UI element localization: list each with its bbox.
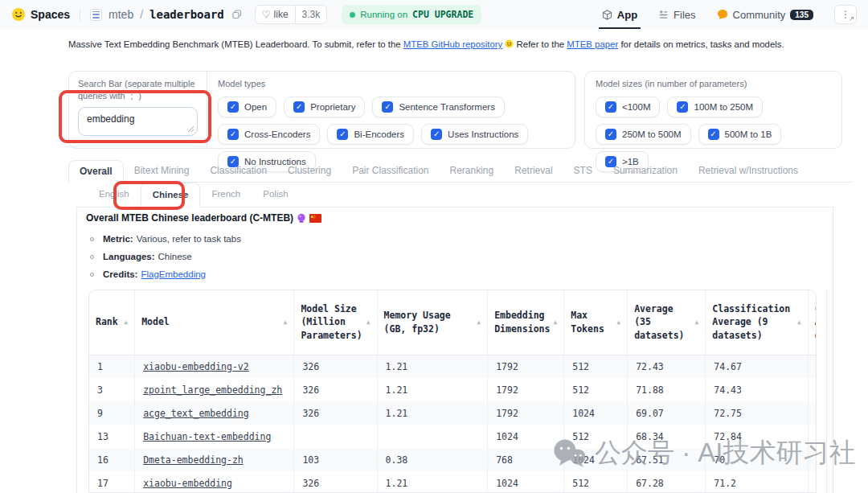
- sort-arrow-icon[interactable]: ▲: [366, 318, 371, 326]
- checkbox-checked-icon[interactable]: ✓: [293, 101, 305, 113]
- column-header-model[interactable]: Model▲: [135, 290, 294, 355]
- model-link[interactable]: zpoint_large_embedding_zh: [143, 384, 282, 396]
- checkbox-sentence-transformers[interactable]: ✓Sentence Transformers: [372, 97, 505, 117]
- rank-cell: 1: [89, 355, 135, 378]
- sort-arrow-icon[interactable]: ▲: [797, 318, 801, 326]
- sort-arrow-icon[interactable]: ▲: [124, 318, 128, 326]
- checkbox-open[interactable]: ✓Open: [218, 97, 276, 117]
- checkbox-checked-icon[interactable]: ✓: [708, 129, 719, 140]
- column-header-max-tokens[interactable]: Max Tokens▲: [564, 290, 628, 355]
- mteb-github-link[interactable]: MTEB GitHub repository: [403, 39, 502, 49]
- column-label: Average (35 datasets): [634, 302, 692, 343]
- model-sizes-label: Model sizes (in number of parameters): [596, 78, 831, 90]
- leaderboard-table-container[interactable]: Rank▲Model▲Model Size (Million Parameter…: [88, 290, 817, 493]
- column-header-embedding-dimensions[interactable]: Embedding Dimensions▲: [488, 290, 564, 355]
- checkbox-bi-encoders[interactable]: ✓Bi-Encoders: [327, 124, 414, 145]
- org-avatar[interactable]: [90, 9, 102, 21]
- search-input[interactable]: embedding: [78, 107, 198, 136]
- column-label: Model Size (Million Parameters): [301, 302, 363, 343]
- checkbox-100m[interactable]: ✓<100M: [596, 97, 660, 117]
- flagembedding-link[interactable]: FlagEmbedding: [141, 269, 206, 279]
- copy-icon[interactable]: [232, 10, 242, 19]
- model-link[interactable]: xiaobu-embedding: [143, 478, 232, 489]
- language-tab-chinese[interactable]: Chinese: [141, 183, 201, 207]
- checkbox-checked-icon[interactable]: ✓: [677, 101, 688, 113]
- slash-separator: /: [140, 8, 143, 21]
- like-count[interactable]: 3.3k: [295, 6, 327, 23]
- task-tab-overall[interactable]: Overall: [68, 160, 124, 183]
- model-link[interactable]: xiaobu-embedding-v2: [143, 361, 249, 372]
- task-tab-classification[interactable]: Classification: [199, 160, 277, 182]
- task-tab-clustering[interactable]: Clustering: [277, 160, 342, 182]
- column-header-model-size-million-parameters[interactable]: Model Size (Million Parameters)▲: [294, 290, 377, 355]
- column-header-classification-average-9-datasets[interactable]: Classification Average (9 datasets)▲: [706, 290, 808, 355]
- value-cell: 54.: [808, 471, 817, 493]
- checkbox-checked-icon[interactable]: ✓: [337, 129, 348, 140]
- column-header-rank[interactable]: Rank▲: [89, 290, 135, 355]
- community-icon: [717, 9, 728, 20]
- value-cell: 326: [294, 378, 377, 401]
- resize-handle-icon[interactable]: [187, 125, 194, 133]
- credits-label: Credits:: [103, 269, 137, 279]
- table-row: 9acge_text_embedding3261.211792102469.07…: [89, 401, 817, 425]
- column-header-memory-usage-gb-fp32[interactable]: Memory Usage (GB, fp32)▲: [377, 290, 488, 355]
- tab-community[interactable]: Community 135: [717, 0, 813, 29]
- language-tab-english[interactable]: English: [88, 183, 141, 207]
- more-options-button[interactable]: ⋮: [834, 5, 857, 24]
- column-label: Embedding Dimensions: [494, 309, 551, 335]
- value-cell: 71.88: [628, 378, 706, 401]
- task-tab-retrieval[interactable]: Retrieval: [504, 160, 563, 182]
- sort-arrow-icon[interactable]: ▲: [284, 318, 288, 326]
- checkbox-checked-icon[interactable]: ✓: [227, 129, 239, 140]
- model-link[interactable]: Baichuan-text-embedding: [143, 431, 271, 442]
- checkbox-uses-instructions[interactable]: ✓Uses Instructions: [421, 124, 528, 145]
- repo-name[interactable]: leaderboard: [149, 8, 224, 21]
- column-header-clustering-average-4-datasets[interactable]: Clustering Average (4 datasets)▲: [808, 290, 817, 355]
- model-link[interactable]: Dmeta-embedding-zh: [143, 454, 244, 466]
- like-button[interactable]: ♡like: [256, 6, 295, 23]
- search-section: Search Bar (separate multiple queries wi…: [69, 72, 207, 148]
- mteb-paper-link[interactable]: MTEB paper: [567, 39, 618, 49]
- model-types-section: Model types ✓Open✓Proprietary✓Sentence T…: [207, 72, 575, 148]
- checkbox-250m-to-500m[interactable]: ✓250M to 500M: [596, 124, 691, 145]
- checkbox-checked-icon[interactable]: ✓: [382, 101, 393, 113]
- checkbox-100m-to-250m[interactable]: ✓100M to 250M: [667, 97, 763, 117]
- checkbox-proprietary[interactable]: ✓Proprietary: [284, 97, 365, 117]
- checkbox-label: 250M to 500M: [622, 129, 682, 139]
- status-badge[interactable]: Running on CPU UPGRADE: [342, 5, 481, 24]
- panel-scroll-edge[interactable]: [826, 290, 827, 493]
- task-tab-summarization[interactable]: Summarization: [603, 160, 688, 182]
- tab-files[interactable]: Files: [658, 0, 695, 29]
- checkbox-checked-icon[interactable]: ✓: [227, 101, 239, 113]
- org-name[interactable]: mteb: [108, 8, 133, 21]
- sort-arrow-icon[interactable]: ▲: [553, 318, 557, 326]
- language-tab-polish[interactable]: Polish: [252, 183, 299, 207]
- column-header-average-35-datasets[interactable]: Average (35 datasets)▲: [628, 290, 706, 355]
- value-cell: 326: [294, 471, 377, 493]
- sort-arrow-icon[interactable]: ▲: [616, 318, 620, 326]
- value-cell: 512: [564, 471, 628, 493]
- sort-arrow-icon[interactable]: ▲: [694, 318, 698, 326]
- checkbox-500m-to-1b[interactable]: ✓500M to 1B: [698, 124, 782, 145]
- checkbox-label: 100M to 250M: [694, 102, 753, 112]
- language-tab-french[interactable]: French: [200, 183, 252, 207]
- community-count-badge: 135: [790, 10, 813, 20]
- value-cell: 70: [706, 448, 808, 471]
- checkbox-cross-encoders[interactable]: ✓Cross-Encoders: [218, 124, 320, 145]
- value-cell: 512: [564, 378, 628, 401]
- tab-app[interactable]: App: [602, 0, 637, 29]
- sort-arrow-icon[interactable]: ▲: [477, 318, 481, 326]
- task-tab-retrieval-w-instructions[interactable]: Retrieval w/Instructions: [688, 160, 809, 182]
- task-tab-sts[interactable]: STS: [563, 160, 603, 182]
- value-cell: 326: [294, 401, 377, 425]
- checkbox-checked-icon[interactable]: ✓: [605, 101, 616, 113]
- like-widget[interactable]: ♡like 3.3k: [255, 5, 327, 24]
- task-tab-bitext-mining[interactable]: Bitext Mining: [124, 160, 200, 182]
- spaces-brand[interactable]: Spaces: [11, 7, 70, 22]
- task-tab-pair-classification[interactable]: Pair Classification: [342, 160, 439, 182]
- task-tab-reranking[interactable]: Reranking: [440, 160, 505, 182]
- model-link[interactable]: acge_text_embedding: [143, 408, 249, 419]
- checkbox-checked-icon[interactable]: ✓: [431, 129, 442, 140]
- rank-cell: 3: [89, 378, 135, 401]
- checkbox-checked-icon[interactable]: ✓: [605, 129, 616, 140]
